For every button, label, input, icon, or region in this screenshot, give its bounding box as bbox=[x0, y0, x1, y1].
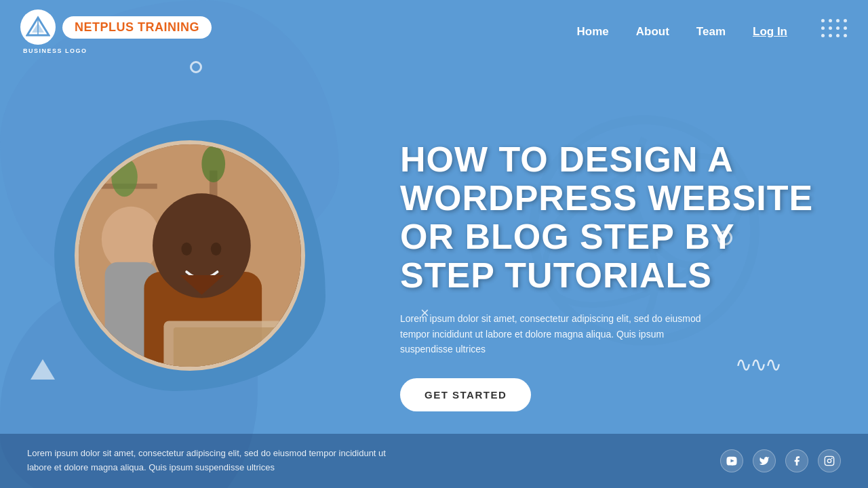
photo-blob bbox=[54, 120, 326, 391]
footer-text: Lorem ipsum dolor sit amet, consectetur … bbox=[27, 447, 407, 475]
svg-point-10 bbox=[201, 146, 225, 182]
dot bbox=[829, 19, 832, 22]
nav-team[interactable]: Team bbox=[696, 25, 726, 39]
business-logo-label: BUSINESS LOGO bbox=[23, 47, 87, 54]
logo-svg bbox=[26, 15, 50, 39]
footer-bar: Lorem ipsum dolor sit amet, consectetur … bbox=[0, 434, 868, 488]
brand-name: NETPLUS TRAINING bbox=[62, 16, 212, 39]
twitter-icon[interactable] bbox=[753, 449, 776, 472]
hero-title: HOW TO DESIGN A WORDPRESS WEBSITE OR BLO… bbox=[400, 140, 821, 296]
dot bbox=[844, 26, 847, 30]
nav-home[interactable]: Home bbox=[577, 25, 609, 39]
logo-icon bbox=[20, 9, 56, 45]
dot bbox=[829, 26, 832, 30]
nav-about[interactable]: About bbox=[636, 25, 669, 39]
get-started-button[interactable]: GET STARTED bbox=[400, 378, 531, 411]
svg-point-22 bbox=[831, 458, 833, 459]
svg-rect-19 bbox=[262, 340, 294, 371]
svg-point-16 bbox=[211, 243, 221, 256]
main-nav: Home About Team Log In bbox=[577, 19, 848, 45]
hero-description: Lorem ipsum dolor sit amet, consectetur … bbox=[400, 311, 712, 357]
dot bbox=[836, 34, 840, 37]
svg-rect-18 bbox=[174, 327, 285, 371]
nav-login[interactable]: Log In bbox=[753, 25, 787, 39]
dot bbox=[821, 34, 825, 37]
logo-area: NETPLUS TRAINING BUSINESS LOGO bbox=[20, 9, 212, 54]
header: NETPLUS TRAINING BUSINESS LOGO Home Abou… bbox=[0, 0, 868, 64]
instagram-icon[interactable] bbox=[818, 449, 841, 472]
svg-point-8 bbox=[111, 157, 138, 197]
social-icons bbox=[720, 449, 841, 472]
photo-placeholder bbox=[79, 144, 301, 367]
svg-point-21 bbox=[827, 459, 831, 462]
facebook-icon[interactable] bbox=[785, 449, 808, 472]
main-content: HOW TO DESIGN A WORDPRESS WEBSITE OR BLO… bbox=[0, 64, 868, 488]
dot bbox=[829, 34, 832, 37]
hero-text-content: HOW TO DESIGN A WORDPRESS WEBSITE OR BLO… bbox=[359, 140, 834, 412]
dot bbox=[821, 26, 825, 30]
photo-area bbox=[34, 106, 359, 432]
dot bbox=[844, 19, 847, 22]
dot bbox=[836, 26, 840, 30]
dot bbox=[844, 34, 847, 37]
youtube-icon[interactable] bbox=[720, 449, 743, 472]
svg-point-15 bbox=[181, 243, 191, 256]
dot bbox=[821, 19, 825, 22]
logo-wrapper: NETPLUS TRAINING bbox=[20, 9, 212, 45]
svg-rect-20 bbox=[825, 456, 833, 465]
dots-grid-icon bbox=[821, 19, 848, 45]
dot bbox=[836, 19, 840, 22]
hero-photo bbox=[75, 140, 305, 371]
